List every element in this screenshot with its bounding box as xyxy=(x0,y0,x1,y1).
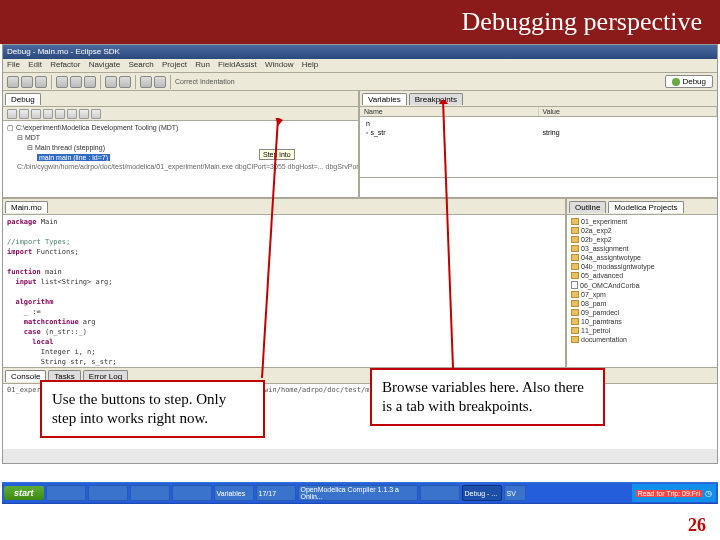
resume-icon[interactable] xyxy=(7,109,17,119)
task-item[interactable]: OpenModelica Compiler 1.1.3 a Onlin... xyxy=(298,485,418,501)
tray-flag: Read for Trip: 09:Fri xyxy=(636,490,702,497)
tab-variables[interactable]: Variables xyxy=(362,93,407,105)
terminate-icon[interactable] xyxy=(31,109,41,119)
debug-tabs: Debug xyxy=(3,91,358,107)
debug-tree[interactable]: ▢ C:\experiment\Modelica Development Too… xyxy=(3,121,358,197)
task-item[interactable] xyxy=(130,485,170,501)
project-item[interactable]: 05_advanced xyxy=(571,271,713,280)
project-item[interactable]: 03_assignment xyxy=(571,244,713,253)
step-return-icon[interactable] xyxy=(67,109,77,119)
task-item[interactable] xyxy=(88,485,128,501)
task-item-active[interactable]: Debug - ... xyxy=(462,485,502,501)
menu-fieldassist[interactable]: FieldAssist xyxy=(218,60,257,69)
menu-run[interactable]: Run xyxy=(195,60,210,69)
toolbar-icon[interactable] xyxy=(105,76,117,88)
col-value[interactable]: Value xyxy=(539,107,718,116)
menu-refactor[interactable]: Refactor xyxy=(50,60,80,69)
bug-icon xyxy=(672,78,680,86)
toolbar-icon[interactable] xyxy=(119,76,131,88)
tree-process[interactable]: ⊟ MDT xyxy=(7,133,354,143)
var-row[interactable]: ◦ s_strstring xyxy=(362,128,715,137)
tab-debug[interactable]: Debug xyxy=(5,93,41,105)
tree-thread[interactable]: ⊟ Main thread (stepping) xyxy=(7,143,354,153)
variables-table[interactable]: Name Value n ◦ s_strstring xyxy=(360,107,717,177)
svg-marker-2 xyxy=(275,118,283,126)
tab-projects[interactable]: Modelica Projects xyxy=(608,201,683,213)
project-item[interactable]: 11_petrol xyxy=(571,326,713,335)
tray-icon[interactable]: ◷ xyxy=(705,489,712,498)
task-item[interactable] xyxy=(172,485,212,501)
vars-tabs: Variables Breakpoints xyxy=(360,91,717,107)
step-into-icon[interactable] xyxy=(43,109,53,119)
toolbar-icon[interactable] xyxy=(70,76,82,88)
toolbar-icon[interactable] xyxy=(140,76,152,88)
separator xyxy=(100,75,101,89)
project-item[interactable]: 02b_exp2 xyxy=(571,235,713,244)
folder-icon xyxy=(571,236,579,243)
tree-launch[interactable]: ▢ C:\experiment\Modelica Development Too… xyxy=(7,123,354,133)
task-item[interactable]: SV xyxy=(504,485,526,501)
svg-line-0 xyxy=(262,118,278,378)
perspective-label: Debug xyxy=(682,77,706,86)
folder-icon xyxy=(571,218,579,225)
toolbar-icon[interactable] xyxy=(35,76,47,88)
project-item[interactable]: 04b_modassigntwotype xyxy=(571,262,713,271)
project-tree[interactable]: 01_experiment 02a_exp2 02b_exp2 03_assig… xyxy=(567,215,717,367)
variable-detail xyxy=(360,177,717,197)
project-item[interactable]: 01_experiment xyxy=(571,217,713,226)
debug-icon[interactable] xyxy=(91,109,101,119)
windows-taskbar[interactable]: start Variables 17/17 OpenModelica Compi… xyxy=(2,482,718,504)
step-over-icon[interactable] xyxy=(55,109,65,119)
project-item[interactable]: 04a_assigntwotype xyxy=(571,253,713,262)
menu-window[interactable]: Window xyxy=(265,60,293,69)
folder-icon xyxy=(571,227,579,234)
project-item[interactable]: 09_pamdecl xyxy=(571,308,713,317)
toolbar-icon[interactable] xyxy=(56,76,68,88)
callout-variables: Browse variables here. Also there is a t… xyxy=(370,368,605,426)
project-item[interactable]: documentation xyxy=(571,335,713,344)
menu-project[interactable]: Project xyxy=(162,60,187,69)
tab-editor[interactable]: Main.mo xyxy=(5,201,48,213)
toolbar-icon[interactable] xyxy=(7,76,19,88)
menu-help[interactable]: Help xyxy=(302,60,318,69)
project-item[interactable]: 02a_exp2 xyxy=(571,226,713,235)
toolbar-icon[interactable] xyxy=(84,76,96,88)
start-button[interactable]: start xyxy=(4,486,44,500)
perspective-button[interactable]: Debug xyxy=(665,75,713,88)
project-item[interactable]: 10_pamtrans xyxy=(571,317,713,326)
slide-title: Debugging perspective xyxy=(0,0,720,44)
tab-outline[interactable]: Outline xyxy=(569,201,606,213)
task-item[interactable] xyxy=(420,485,460,501)
folder-icon xyxy=(571,318,579,325)
debug-icon[interactable] xyxy=(79,109,89,119)
project-item[interactable]: 06_OMCAndCorba xyxy=(571,280,713,290)
correct-indentation-label: Correct Indentation xyxy=(175,78,235,85)
project-item[interactable]: 07_xpm xyxy=(571,290,713,299)
folder-icon xyxy=(571,309,579,316)
system-tray[interactable]: Read for Trip: 09:Fri ◷ xyxy=(632,484,716,502)
suspend-icon[interactable] xyxy=(19,109,29,119)
tree-cmdline[interactable]: C:/bin/cygwin/home/adrpo/doc/test/modeli… xyxy=(7,162,354,171)
arrow-right xyxy=(438,100,468,375)
separator xyxy=(51,75,52,89)
tree-frame[interactable]: main main (line : id=7) xyxy=(7,153,354,162)
task-item[interactable]: Variables xyxy=(214,485,254,501)
task-item[interactable]: 17/17 xyxy=(256,485,296,501)
var-row[interactable]: n xyxy=(362,119,715,128)
folder-icon xyxy=(571,254,579,261)
toolbar-icon[interactable] xyxy=(154,76,166,88)
menu-file[interactable]: File xyxy=(7,60,20,69)
file-icon xyxy=(571,281,578,289)
debug-toolbar xyxy=(3,107,358,121)
task-item[interactable] xyxy=(46,485,86,501)
toolbar-icon[interactable] xyxy=(21,76,33,88)
separator xyxy=(135,75,136,89)
folder-icon xyxy=(571,291,579,298)
variables-view: Variables Breakpoints Name Value n ◦ s_s… xyxy=(360,91,717,197)
project-item[interactable]: 08_pam xyxy=(571,299,713,308)
menu-navigate[interactable]: Navigate xyxy=(89,60,121,69)
menu-edit[interactable]: Edit xyxy=(28,60,42,69)
menu-search[interactable]: Search xyxy=(128,60,153,69)
menubar[interactable]: File Edit Refactor Navigate Search Proje… xyxy=(3,59,717,73)
folder-icon xyxy=(571,300,579,307)
